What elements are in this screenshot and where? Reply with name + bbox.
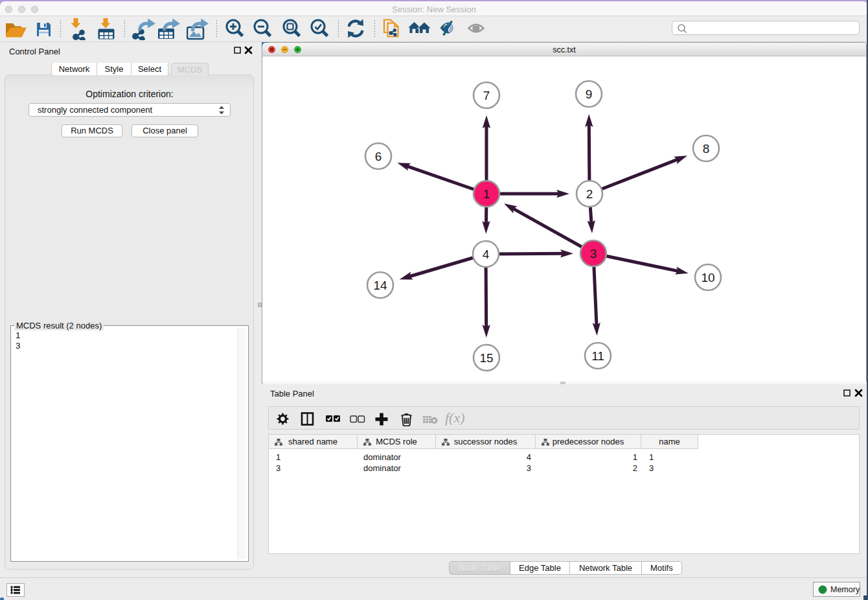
svg-text:1: 1 — [483, 187, 490, 201]
svg-text:14: 14 — [373, 279, 387, 292]
svg-text:11: 11 — [591, 349, 604, 363]
svg-text:7: 7 — [483, 89, 490, 102]
svg-text:4: 4 — [483, 248, 490, 261]
svg-text:15: 15 — [479, 351, 493, 365]
svg-text:8: 8 — [703, 142, 710, 156]
svg-text:2: 2 — [586, 187, 593, 201]
svg-text:3: 3 — [590, 247, 597, 260]
svg-text:10: 10 — [701, 271, 714, 284]
svg-text:6: 6 — [375, 150, 382, 163]
svg-text:9: 9 — [586, 87, 593, 101]
